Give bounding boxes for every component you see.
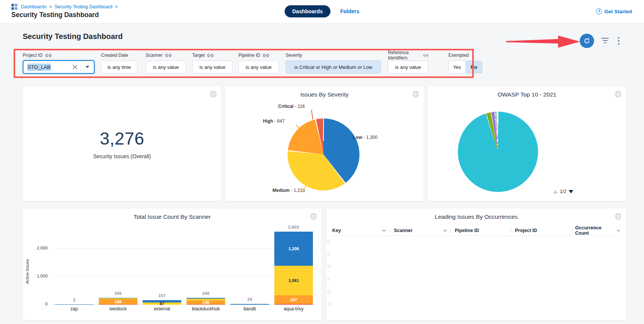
overall-count-value: 3,276: [100, 128, 145, 149]
bar-segment-medium[interactable]: 1,061: [274, 266, 313, 296]
filter-exempted-label: Exempted: [448, 53, 469, 58]
bar-zap[interactable]: 2: [52, 225, 96, 305]
globe-icon[interactable]: [412, 90, 419, 99]
bar-segment-high[interactable]: 138: [187, 301, 225, 304]
segment-value-label: 87: [143, 301, 181, 305]
filter-scanner-label: Scanner: [146, 53, 163, 58]
bar-segment-critical[interactable]: [274, 304, 313, 305]
exempted-no-button[interactable]: No: [465, 61, 482, 73]
column-header-pipeline-id[interactable]: Pipeline ID: [455, 228, 507, 233]
column-header-project-id[interactable]: Project ID: [515, 228, 567, 233]
dropdown-caret-icon[interactable]: [81, 66, 94, 68]
card-security-issues-overall: 3,276 Security Issues (Overall): [23, 86, 221, 201]
bar-segment-high[interactable]: 307: [274, 295, 313, 304]
column-header-occurrence-count[interactable]: Occurrence Count: [575, 225, 620, 236]
page-title: Security Testing Dashboard: [11, 11, 99, 19]
chart-title: Issues By Severity: [225, 91, 424, 98]
project-id-input[interactable]: STO_LAB: [23, 60, 95, 74]
bar-bandit[interactable]: 29: [228, 225, 272, 305]
bar-external[interactable]: 15787: [140, 225, 184, 305]
scanner-value-button[interactable]: is any value: [146, 61, 186, 73]
globe-icon[interactable]: [310, 213, 317, 221]
dashboard-filter-icon[interactable]: [601, 38, 609, 44]
page-down-icon[interactable]: [569, 190, 573, 193]
bar-segment-critical[interactable]: [187, 304, 225, 305]
link-icon: [207, 54, 213, 57]
bar-segment-high[interactable]: 188: [99, 299, 137, 304]
bar-segment-low[interactable]: [230, 304, 269, 305]
bar-total-label: 245: [96, 291, 140, 296]
x-axis-label-twistlock: twistlock: [96, 306, 140, 312]
severity-pie-chart[interactable]: [288, 118, 359, 190]
x-axis-label-blackduckhub: blackduckhub: [184, 306, 228, 312]
filter-exempted: Exempted Yes No: [448, 52, 482, 73]
security-testing-dashboard-page: Dashboards > Security Testing Dashboard …: [0, 0, 644, 324]
bar-aqua-trivy[interactable]: 2,6031,2081,061307: [272, 225, 316, 305]
x-axis-label-bandit: bandit: [228, 306, 272, 312]
bar-twistlock[interactable]: 245188: [96, 225, 140, 305]
bar-segment-critical[interactable]: [99, 304, 137, 305]
filter-target-label: Target: [192, 53, 205, 58]
filter-project-id: Project ID STO_LAB: [23, 52, 95, 73]
bar-segment-low[interactable]: [55, 304, 93, 305]
filter-created-date-label: Created Date: [101, 53, 128, 58]
filter-target: Target is any value: [192, 52, 233, 73]
callout-high: High - 647: [263, 118, 285, 124]
bar-blackduckhub[interactable]: 240138: [184, 225, 228, 305]
severity-value-chip[interactable]: is Critical or High or Medium or Low: [286, 61, 381, 73]
bar-total-label: 2,603: [272, 225, 316, 229]
chart-title: Total Issue Count By Scanner: [23, 213, 322, 220]
header-tabs: Dashboards Folders: [285, 5, 359, 17]
column-header-scanner[interactable]: Scanner: [394, 228, 447, 233]
exempted-toggle: Yes No: [448, 61, 482, 73]
filter-severity-label: Severity: [286, 53, 302, 58]
bar-segment-low[interactable]: 1,208: [274, 232, 313, 265]
tab-folders[interactable]: Folders: [340, 8, 359, 14]
card-issues-by-severity: Issues By Severity Critical - 116 High -…: [225, 86, 424, 201]
x-axis-label-aqua-trivy: aqua-trivy: [272, 306, 316, 312]
bar-total-label: 2: [52, 298, 96, 302]
globe-icon[interactable]: [614, 213, 622, 221]
y-tick-1000: 1,000: [30, 274, 48, 278]
breadcrumb-dashboards[interactable]: Dashboards: [21, 4, 47, 9]
pipeline-id-value-button[interactable]: is any value: [238, 61, 279, 73]
annotation-arrow: [506, 34, 580, 49]
card-owasp-top10: OWASP Top 10 - 2021 1/2: [428, 86, 626, 201]
bar-total-label: 29: [228, 297, 272, 302]
reference-identifiers-value-button[interactable]: is any value: [388, 61, 428, 73]
overall-count-label: Security Issues (Overall): [93, 153, 151, 159]
scanner-bar-chart[interactable]: 224518815787240138292,6031,2081,061307: [52, 225, 316, 305]
dashboards-grid-icon: [11, 4, 17, 10]
table-header-row: Key Scanner Pipeline ID Project ID Occur…: [332, 225, 620, 236]
filter-severity: Severity is Critical or High or Medium o…: [286, 52, 381, 73]
globe-icon[interactable]: [614, 90, 622, 99]
segment-value-label: 188: [99, 300, 137, 304]
breadcrumb-current[interactable]: Security Testing Dashboard: [54, 4, 112, 9]
app-header: Dashboards > Security Testing Dashboard …: [0, 0, 644, 23]
filter-bar: Project ID STO_LAB Created Date is any t…: [0, 52, 644, 77]
page-up-icon[interactable]: [553, 190, 558, 193]
tab-dashboards[interactable]: Dashboards: [285, 5, 330, 17]
y-axis-label: Active Issues: [25, 256, 30, 287]
exempted-yes-button[interactable]: Yes: [449, 61, 465, 73]
column-header-key[interactable]: Key: [332, 228, 386, 233]
clear-icon[interactable]: [69, 65, 81, 69]
owasp-pie-chart[interactable]: [458, 112, 538, 192]
filter-pipeline-id: Pipeline ID is any value: [238, 52, 279, 73]
x-axis-label-zap: zap: [52, 306, 96, 312]
get-started-label: Get Started: [604, 9, 632, 14]
target-value-button[interactable]: is any value: [192, 61, 233, 73]
link-icon: [423, 54, 428, 57]
created-date-value-button[interactable]: is any time: [101, 61, 137, 73]
refresh-button[interactable]: [580, 34, 594, 48]
y-tick-0: 0: [30, 302, 48, 306]
filter-reference-identifiers: Reference Identifiers is any value: [388, 52, 428, 73]
refresh-icon: [583, 37, 591, 45]
page-indicator: 1/2: [560, 189, 566, 194]
get-started-link[interactable]: ? Get Started: [596, 8, 632, 14]
dashboard-menu-icon[interactable]: [618, 37, 619, 46]
callout-medium: Medium - 1,213: [272, 188, 305, 193]
chart-title: OWASP Top 10 - 2021: [428, 91, 626, 98]
segment-value-label: 138: [187, 300, 225, 304]
bar-segment-medium[interactable]: 87: [143, 302, 181, 305]
